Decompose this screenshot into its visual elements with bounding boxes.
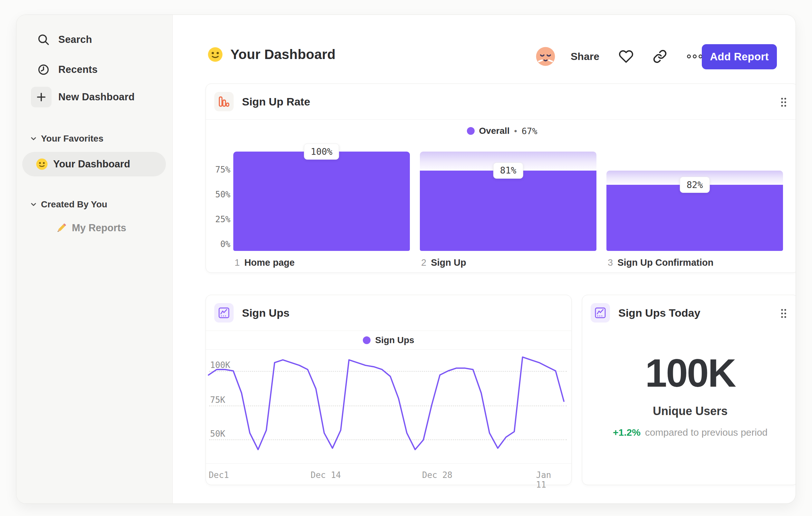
- funnel-step-column[interactable]: 81% 2 Sign Up: [420, 84, 597, 273]
- sidebar-item-my-reports[interactable]: My Reports: [54, 221, 126, 235]
- sidebar-item-label: New Dashboard: [58, 91, 135, 103]
- share-button[interactable]: Share: [571, 51, 599, 62]
- smiley-emoji: [35, 157, 49, 171]
- line-legend[interactable]: Sign Ups: [206, 331, 571, 349]
- screen: Search Recents New D: [0, 0, 812, 516]
- clock-icon: [33, 59, 54, 80]
- card-title: Sign Ups: [242, 295, 289, 331]
- smiley-emoji: [207, 46, 224, 63]
- drag-handle-icon[interactable]: [778, 308, 789, 319]
- bar-chart-icon: [214, 92, 234, 111]
- sign-ups-line-plot: [206, 349, 572, 463]
- y-axis-tick: 25%: [206, 215, 230, 224]
- sidebar-item-new-dashboard[interactable]: New Dashboard: [17, 85, 172, 109]
- step-label: 2 Sign Up: [421, 257, 466, 268]
- sidebar-item-label: Your Dashboard: [53, 158, 130, 170]
- sidebar-item-label: Recents: [58, 64, 98, 76]
- delta-caption: compared to previous period: [645, 427, 767, 438]
- funnel-step-column[interactable]: 100% 1 Home page: [233, 84, 410, 273]
- funnel-step-column[interactable]: 82% 3 Sign Up Confirmation: [606, 84, 783, 273]
- card-title: Sign Ups Today: [618, 295, 700, 331]
- metric-value: 100K: [582, 344, 796, 402]
- metric-delta-row: +1.2% compared to previous period: [582, 425, 796, 440]
- chevron-down-icon: [30, 135, 37, 142]
- divider: [206, 463, 571, 464]
- sidebar: Search Recents New D: [17, 15, 173, 504]
- sign-ups-today-card: Sign Ups Today 100K Unique Users +1.2% c…: [582, 295, 796, 485]
- line-chart-icon: [591, 303, 610, 323]
- x-axis-tick: Dec 14: [311, 470, 341, 480]
- sidebar-item-label: Search: [58, 34, 92, 46]
- plus-icon: [31, 87, 52, 107]
- step-label: 3 Sign Up Confirmation: [608, 257, 714, 268]
- sidebar-section-created-by-you[interactable]: Created By You: [30, 199, 107, 210]
- add-report-button[interactable]: Add Report: [702, 44, 777, 69]
- funnel-bar: [606, 185, 783, 251]
- pencil-emoji: [54, 221, 68, 235]
- sidebar-item-recents[interactable]: Recents: [17, 58, 172, 82]
- card-header: Sign Ups Today: [582, 295, 796, 331]
- favorite-heart-icon[interactable]: [619, 49, 634, 64]
- section-title: Your Favorites: [41, 134, 104, 144]
- more-options-icon[interactable]: [686, 53, 703, 60]
- sign-up-rate-card: Sign Up Rate Overall • 67% 75% 50%: [206, 84, 796, 273]
- y-axis-tick: 50%: [206, 190, 230, 199]
- sidebar-item-search[interactable]: Search: [17, 28, 172, 52]
- conversion-chip: 82%: [680, 177, 710, 193]
- conversion-chip: 81%: [493, 163, 523, 179]
- delta-badge: +1.2%: [613, 427, 641, 438]
- legend-dot: [363, 336, 371, 344]
- line-chart-icon: [214, 303, 234, 323]
- page-title: Your Dashboard: [230, 47, 336, 62]
- sidebar-item-label: My Reports: [72, 222, 126, 234]
- x-axis-tick: Dec 28: [422, 470, 453, 480]
- app-window: Search Recents New D: [16, 15, 796, 504]
- funnel-bar: [233, 152, 410, 251]
- conversion-chip: 100%: [304, 143, 339, 160]
- funnel-bar: [420, 171, 597, 251]
- metric-label: Unique Users: [582, 403, 796, 419]
- sidebar-item-your-dashboard[interactable]: Your Dashboard: [22, 152, 166, 176]
- section-title: Created By You: [41, 199, 107, 210]
- card-header: Sign Ups: [206, 295, 571, 331]
- step-label: 1 Home page: [235, 257, 294, 268]
- x-axis-tick: Dec1: [209, 470, 229, 480]
- x-axis-tick: Jan 11: [536, 470, 560, 490]
- y-axis-tick: 75%: [206, 165, 230, 174]
- copy-link-icon[interactable]: [653, 49, 667, 63]
- page-title-row: Your Dashboard: [207, 46, 336, 63]
- sidebar-section-your-favorites[interactable]: Your Favorites: [30, 134, 104, 144]
- y-axis-tick: 0%: [206, 240, 230, 249]
- chevron-down-icon: [30, 201, 37, 208]
- sign-ups-card: Sign Ups Sign Ups 100K 75K 50K Dec1 Dec …: [206, 295, 572, 485]
- search-icon: [33, 29, 54, 50]
- avatar[interactable]: [535, 46, 556, 67]
